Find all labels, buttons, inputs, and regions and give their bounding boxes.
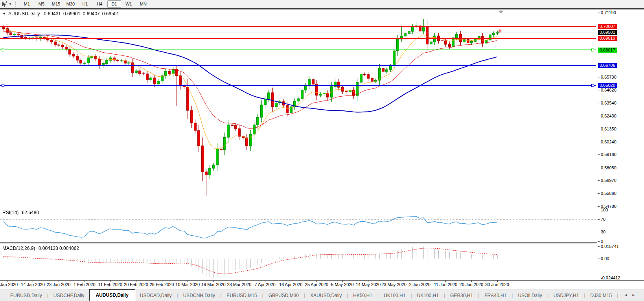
price-axis-tick: 0.58050 (601, 165, 616, 170)
main-chart-canvas[interactable] (0, 9, 597, 207)
price-badge: 0.66706 (598, 63, 617, 68)
date-axis-tick (33, 281, 33, 282)
timeframe-button-m5[interactable]: M5 (35, 0, 48, 8)
date-axis-tick (265, 281, 265, 282)
date-axis-label: 14 May 2020 (356, 282, 381, 287)
rsi-axis-tick: 100 (601, 207, 608, 212)
chart-tab-usdchf-daily[interactable]: USDCHF,Daily (49, 291, 89, 300)
date-axis-tick (445, 281, 446, 282)
date-axis-tick (85, 281, 85, 282)
rsi-name: RSI(14) (2, 210, 18, 215)
price-axis-tick: 0.55860 (601, 191, 616, 196)
date-axis-label: 19 Mar 2020 (201, 282, 226, 287)
price-badge: 0.70007 (598, 24, 617, 29)
date-axis-label: 16 Apr 2020 (279, 282, 302, 287)
date-axis-tick (188, 281, 188, 282)
timeframe-button-h1[interactable]: H1 (78, 0, 92, 8)
tab-separator: | (616, 293, 618, 298)
tab-scroll-left-icon[interactable]: ◂ (625, 292, 633, 297)
ohlc-open: 0.69431 (44, 11, 61, 17)
macd-canvas[interactable] (0, 244, 597, 280)
chart-tab-usdcad-daily[interactable]: USDCAD,Daily (135, 291, 177, 300)
rsi-indicator-label: RSI(14) 62.6480 (2, 210, 39, 215)
date-axis-tick (110, 281, 110, 282)
timeframe-button-m1[interactable]: M1 (20, 0, 34, 8)
price-badge: 0.68017 (598, 48, 617, 53)
timeframe-button-h4[interactable]: H4 (93, 0, 107, 8)
rsi-value: 62.6480 (22, 210, 39, 215)
tab-scroll-right-icon[interactable]: ▸ (632, 292, 640, 297)
price-axis-tick: 0.61350 (601, 127, 616, 131)
price-badge: 0.69501 (598, 30, 617, 35)
date-axis-tick (7, 281, 7, 282)
rsi-axis-tick: 0 (601, 239, 603, 244)
date-axis-tick (420, 281, 420, 282)
date-axis-tick (59, 281, 59, 282)
toolbar-grip[interactable] (15, 2, 17, 7)
chart-tab-bar: EURUSD,Daily|USDCHF,DailyAUDUSD,DailyUSD… (0, 290, 644, 301)
price-axis-tick: 0.59160 (601, 152, 616, 157)
crosshair-tool-icon[interactable] (1, 1, 8, 7)
timeframe-button-m15[interactable]: M15 (49, 0, 63, 8)
date-axis-label: 23 May 2020 (381, 282, 407, 287)
date-axis-tick (213, 281, 214, 282)
price-axis-tick: 0.64620 (601, 88, 616, 92)
macd-axis-tick: 0.015741 (601, 244, 619, 249)
price-axis-tick: 0.63540 (601, 101, 616, 105)
date-axis-label: 30 Jun 2020 (485, 282, 509, 287)
date-axis-tick (162, 281, 162, 282)
date-axis-label: 7 Apr 2020 (254, 282, 275, 287)
price-axis-tick: 0.60240 (601, 139, 616, 144)
chart-tab-usdcnh-daily[interactable]: USDCNH,Daily (178, 291, 220, 300)
price-axis[interactable]: 0.711900.679200.657300.646200.635400.624… (597, 9, 644, 280)
chart-tab-hk50-h1[interactable]: HK50,H1 (348, 291, 377, 300)
timeframe-button-m30[interactable]: M30 (64, 0, 77, 8)
date-axis-label: 25 Apr 2020 (305, 282, 328, 287)
tab-scroll-arrows: ◂▸ (625, 292, 640, 297)
date-axis[interactable]: 4 Jan 202014 Jan 202023 Jan 20201 Feb 20… (0, 281, 597, 289)
chart-tab-audusd-daily[interactable]: AUDUSD,Daily (89, 289, 135, 301)
price-axis-tick: 0.56970 (601, 178, 616, 183)
ohlc-low: 0.69407 (83, 11, 99, 17)
chart-tab-gbpusd-m30[interactable]: GBPUSD,M30 (264, 291, 304, 300)
toolbar: ▼ M1M5M15M30H1H4D1W1MN (0, 0, 644, 9)
chart-tab-xauusd-daily[interactable]: XAUUSD,Daily (305, 291, 346, 300)
chart-symbol: AUDUSD,Daily (8, 11, 40, 17)
rsi-axis-tick: 30 (601, 229, 605, 234)
chart-tab-uk100-h1[interactable]: UK100,H1 (412, 291, 443, 300)
date-axis-label: 28 Mar 2020 (227, 282, 251, 287)
timeframe-button-w1[interactable]: W1 (122, 0, 136, 8)
date-axis-tick (136, 281, 136, 282)
ohlc-high: 0.69601 (63, 11, 80, 17)
symbol-dropdown-icon[interactable]: ▼ (2, 12, 6, 16)
timeframe-button-d1[interactable]: D1 (107, 0, 121, 8)
chart-tab-eurusd-daily[interactable]: EURUSD,Daily (6, 291, 47, 300)
date-axis-label: 14 Jan 2020 (21, 282, 45, 287)
timeframe-button-mn[interactable]: MN (136, 0, 150, 8)
chart-tab-uk100-h1[interactable]: UK100,H1 (379, 291, 410, 300)
date-axis-label: 20 Feb 2020 (124, 282, 148, 287)
chart-tab-ger30-h1[interactable]: GER30,H1 (445, 291, 478, 300)
macd-axis-tick: 0.00 (601, 256, 609, 261)
price-axis-tick: 0.65730 (601, 75, 616, 79)
chart-tab-fra40-h1[interactable]: FRA40,H1 (480, 291, 511, 300)
tool-dropdown-caret-icon[interactable]: ▼ (9, 2, 12, 6)
price-badge: 0.65020 (598, 83, 617, 88)
rsi-pane (0, 208, 597, 242)
date-axis-label: 11 Jun 2020 (434, 282, 457, 287)
date-axis-tick (394, 281, 394, 282)
price-axis-tick: 0.62430 (601, 114, 616, 118)
chart-tab-eurusd-m15[interactable]: EURUSD,M15 (222, 291, 261, 300)
macd-values: 0.004133 0.004062 (39, 246, 79, 251)
date-axis-label: 4 Jan 2020 (0, 282, 18, 287)
timeframe-button-group: M1M5M15M30H1H4D1W1MN (20, 0, 151, 8)
rsi-canvas[interactable] (0, 208, 597, 242)
date-axis-tick (471, 281, 472, 282)
chart-tab-usdjpy-h1[interactable]: USDJPY,H1 (549, 291, 583, 300)
date-axis-tick (497, 281, 498, 282)
macd-axis-tick: -0.024412 (601, 275, 620, 280)
date-axis-label: 10 Mar 2020 (175, 282, 200, 287)
chart-tab-dj30-m15[interactable]: DJ30,M15 (585, 291, 616, 300)
date-axis-label: 23 Jan 2020 (47, 282, 71, 287)
chart-tab-usoil-daily[interactable]: USOil,Daily (513, 291, 546, 300)
